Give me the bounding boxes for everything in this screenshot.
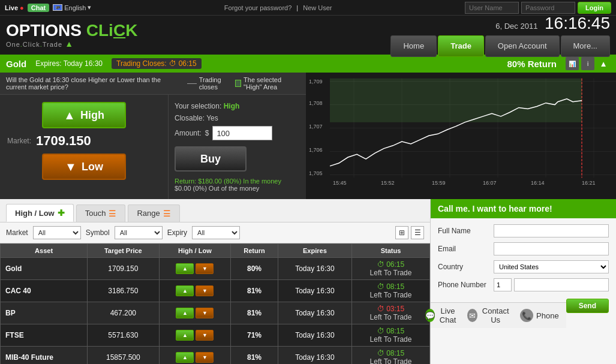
open-account-button[interactable]: Open Account bbox=[485, 35, 560, 57]
time-badge-icon: ⏱ 06:15 bbox=[377, 260, 404, 269]
contact-us-label: Contact Us bbox=[480, 306, 510, 324]
high-arrow-icon: ▲ bbox=[64, 109, 76, 122]
low-button[interactable]: ▼ Low bbox=[42, 154, 126, 180]
mini-high-button[interactable]: ▲ bbox=[176, 285, 194, 296]
form-row-phone: Phone Number bbox=[438, 278, 609, 291]
home-button[interactable]: Home bbox=[390, 35, 437, 57]
expiry-filter-select[interactable]: All bbox=[192, 226, 240, 239]
country-select[interactable]: United States bbox=[494, 260, 609, 273]
trading-panel: Gold Expires: Today 16:30 Trading Closes… bbox=[0, 55, 616, 199]
time-badge-icon: ⏱ 03:15 bbox=[377, 305, 404, 313]
closable-label: Closable: bbox=[175, 114, 205, 122]
cell-hl-buttons: ▲ ▼ bbox=[159, 324, 231, 347]
main-content: High / Low ✚ Touch ☰ Range ☰ Market All … bbox=[0, 199, 616, 364]
col-asset: Asset bbox=[1, 244, 88, 258]
cell-status: ⏱ 08:15 Left To Trade bbox=[352, 280, 430, 302]
mini-high-button[interactable]: ▲ bbox=[176, 330, 194, 341]
table-row: FTSE 5571.630 ▲ ▼ 71% Today 16:30 ⏱ 08:1… bbox=[1, 324, 430, 347]
trading-closes: Trading Closes: ⏱ 06:15 bbox=[112, 58, 202, 69]
market-filter-label: Market bbox=[6, 228, 28, 237]
svg-text:15:59: 15:59 bbox=[432, 180, 446, 186]
form-row-country: Country United States bbox=[438, 260, 609, 273]
forgot-password-link[interactable]: Forgot your password? bbox=[224, 4, 292, 11]
new-user-link[interactable]: New User bbox=[303, 4, 332, 11]
market-row: Market: 1709.150 bbox=[7, 133, 161, 149]
mini-low-button[interactable]: ▼ bbox=[196, 308, 214, 318]
language-selector[interactable]: 🏴 English ▾ bbox=[53, 4, 91, 11]
footer: 💬 Live Chat ✉ Contact Us 📞 Phone bbox=[431, 302, 566, 328]
tab-touch[interactable]: Touch ☰ bbox=[76, 204, 126, 222]
live-chat-label: Live Chat bbox=[438, 306, 458, 324]
phone-icon: 📞 bbox=[520, 309, 533, 322]
phone-label-footer: Phone bbox=[536, 311, 559, 320]
mini-high-button[interactable]: ▲ bbox=[176, 263, 194, 274]
more-button[interactable]: More... bbox=[561, 35, 610, 57]
cell-hl-buttons: ▲ ▼ bbox=[159, 258, 231, 280]
market-filter-select[interactable]: All bbox=[33, 226, 81, 239]
arrow-up-icon[interactable]: ▲ bbox=[597, 57, 610, 70]
mini-low-button[interactable]: ▼ bbox=[196, 285, 214, 296]
table-row: CAC 40 3186.750 ▲ ▼ 81% Today 16:30 ⏱ 08… bbox=[1, 280, 430, 302]
date-label: 6, Dec 2011 bbox=[495, 22, 537, 31]
high-button[interactable]: ▲ High bbox=[42, 102, 126, 128]
mini-low-button[interactable]: ▼ bbox=[196, 263, 214, 274]
tab-touch-label: Touch bbox=[85, 209, 106, 218]
chevron-down-icon: ▾ bbox=[88, 4, 91, 11]
amount-input[interactable] bbox=[212, 126, 272, 140]
trading-closes-label: Trading Closes: bbox=[116, 59, 167, 68]
cell-asset: CAC 40 bbox=[1, 280, 88, 302]
phone-button[interactable]: 📞 Phone bbox=[520, 309, 559, 322]
svg-text:1,706: 1,706 bbox=[309, 147, 323, 153]
table-header-row: Asset Target Price High / Low Return Exp… bbox=[1, 244, 430, 258]
cell-return: 80% bbox=[231, 258, 278, 280]
phone-prefix-input[interactable] bbox=[494, 278, 512, 291]
chat-button[interactable]: Chat bbox=[28, 4, 49, 12]
selection-label: Your selection: bbox=[175, 102, 221, 110]
col-target-price: Target Price bbox=[88, 244, 159, 258]
closable-row: Closable: Yes bbox=[175, 114, 300, 122]
status-label: Left To Trade bbox=[357, 313, 425, 321]
contact-us-button[interactable]: ✉ Contact Us bbox=[467, 306, 510, 324]
logo-main: OPTIONS CLiCK bbox=[6, 22, 137, 39]
cell-asset: Gold bbox=[1, 258, 88, 280]
amount-label: Amount: bbox=[175, 129, 202, 137]
live-chat-button[interactable]: 💬 Live Chat bbox=[425, 306, 458, 324]
grid-view-button[interactable]: ⊞ bbox=[395, 226, 408, 239]
separator: | bbox=[296, 4, 298, 11]
mini-high-button[interactable]: ▲ bbox=[176, 308, 194, 318]
full-name-input[interactable] bbox=[494, 224, 609, 237]
send-button[interactable]: Send bbox=[566, 299, 609, 313]
tab-high-low[interactable]: High / Low ✚ bbox=[6, 204, 74, 222]
svg-text:15:52: 15:52 bbox=[381, 180, 395, 186]
email-label: Email bbox=[438, 245, 489, 253]
tab-range[interactable]: Range ☰ bbox=[128, 204, 179, 222]
live-text: Live ● bbox=[5, 4, 24, 11]
right-panel: Call me. I want to hear more! Full Name … bbox=[430, 199, 616, 364]
login-button[interactable]: Login bbox=[578, 2, 611, 14]
buy-button[interactable]: Buy bbox=[175, 146, 247, 172]
symbol-filter-select[interactable]: All bbox=[115, 226, 163, 239]
mini-low-button[interactable]: ▼ bbox=[196, 352, 214, 363]
mini-high-button[interactable]: ▲ bbox=[176, 352, 194, 363]
table-row: BP 467.200 ▲ ▼ 81% Today 16:30 ⏱ 03:15 L… bbox=[1, 302, 430, 324]
controls-left: ▲ High Market: 1709.150 ▼ Low bbox=[0, 95, 168, 199]
email-input[interactable] bbox=[494, 242, 609, 255]
info-icon[interactable]: i bbox=[581, 57, 594, 70]
price-chart: 1,709 1,708 1,707 1,706 1,705 15:45 15:5… bbox=[306, 73, 616, 186]
full-name-label: Full Name bbox=[438, 227, 489, 235]
logo: OPTIONS CLiCK One.Click.Trade ▲ bbox=[6, 22, 137, 49]
bar-chart-icon[interactable]: 📊 bbox=[566, 57, 579, 70]
phone-number-input[interactable] bbox=[514, 278, 609, 291]
list-view-button[interactable]: ☰ bbox=[411, 226, 424, 239]
chart-icons: 📊 i ▲ bbox=[566, 57, 610, 70]
username-input[interactable] bbox=[465, 2, 519, 14]
col-high-low: High / Low bbox=[159, 244, 231, 258]
flag-icon: 🏴 bbox=[53, 4, 62, 11]
password-input[interactable] bbox=[521, 2, 575, 14]
status-label: Left To Trade bbox=[357, 335, 425, 344]
tab-high-low-label: High / Low bbox=[15, 209, 55, 218]
top-bar-center: Forgot your password? | New User bbox=[224, 4, 332, 11]
svg-text:16:07: 16:07 bbox=[483, 180, 497, 186]
trade-button[interactable]: Trade bbox=[438, 35, 484, 57]
mini-low-button[interactable]: ▼ bbox=[196, 330, 214, 341]
